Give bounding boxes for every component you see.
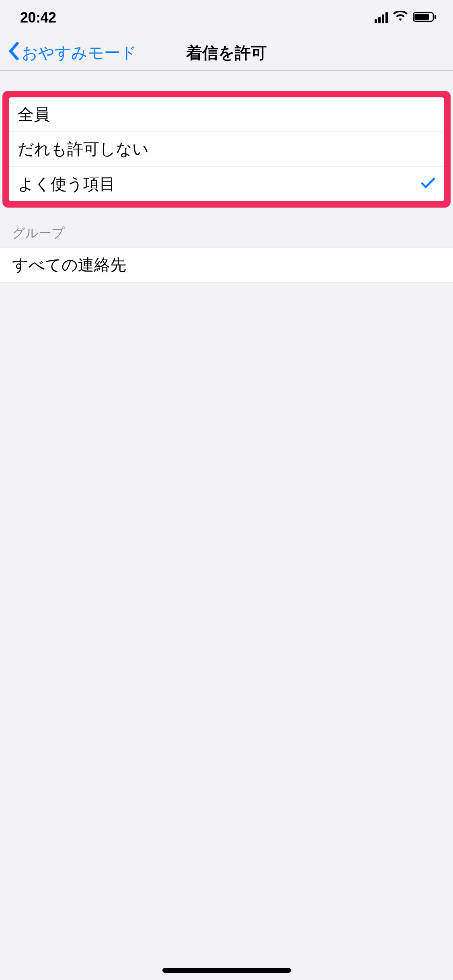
battery-icon (413, 11, 437, 24)
page-title: 着信を許可 (186, 42, 267, 64)
group-item-label: すべての連絡先 (12, 254, 126, 276)
status-bar: 20:42 (0, 0, 453, 35)
back-label: おやすみモード (22, 42, 137, 64)
wifi-icon (393, 11, 408, 24)
home-indicator[interactable] (162, 968, 291, 973)
svg-rect-2 (435, 15, 436, 19)
chevron-left-icon (8, 42, 20, 64)
group-section-header: グループ (0, 208, 453, 247)
option-everyone[interactable]: 全員 (9, 97, 444, 132)
option-label: よく使う項目 (18, 173, 115, 195)
group-list: すべての連絡先 (0, 247, 453, 282)
highlighted-options-box: 全員 だれも許可しない よく使う項目 (2, 91, 451, 208)
option-favorites[interactable]: よく使う項目 (9, 167, 444, 201)
status-icons (375, 11, 437, 24)
option-no-one[interactable]: だれも許可しない (9, 132, 444, 167)
allow-calls-options-list: 全員 だれも許可しない よく使う項目 (9, 97, 444, 201)
back-button[interactable]: おやすみモード (8, 42, 137, 64)
cellular-signal-icon (375, 12, 388, 23)
group-all-contacts[interactable]: すべての連絡先 (0, 247, 453, 282)
status-time: 20:42 (20, 9, 56, 26)
option-label: だれも許可しない (18, 138, 149, 160)
option-label: 全員 (18, 103, 50, 126)
navigation-bar: おやすみモード 着信を許可 (0, 35, 453, 71)
checkmark-icon (421, 177, 435, 191)
svg-rect-1 (414, 14, 429, 20)
